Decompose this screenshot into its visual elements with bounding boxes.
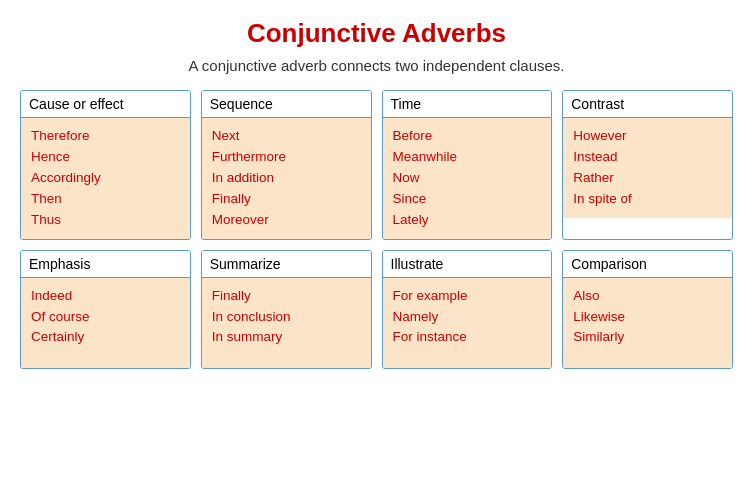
- card-header-1: Sequence: [202, 91, 371, 118]
- card-2-item-4: Lately: [393, 210, 542, 231]
- card-6: IllustrateFor exampleNamelyFor instance: [382, 250, 553, 369]
- card-header-5: Summarize: [202, 251, 371, 278]
- card-1-item-0: Next: [212, 126, 361, 147]
- card-4-item-1: Of course: [31, 307, 180, 328]
- subtitle: A conjunctive adverb connects two indepe…: [188, 57, 564, 74]
- card-2-item-3: Since: [393, 189, 542, 210]
- card-5-item-2: In summary: [212, 327, 361, 348]
- card-header-4: Emphasis: [21, 251, 190, 278]
- card-7: ComparisonAlsoLikewiseSimilarly: [562, 250, 733, 369]
- card-3-item-1: Instead: [573, 147, 722, 168]
- card-body-0: ThereforeHenceAccordinglyThenThus: [21, 118, 190, 239]
- card-header-2: Time: [383, 91, 552, 118]
- card-1-item-1: Furthermore: [212, 147, 361, 168]
- card-body-1: NextFurthermoreIn additionFinallyMoreove…: [202, 118, 371, 239]
- card-0-item-4: Thus: [31, 210, 180, 231]
- card-3-item-0: However: [573, 126, 722, 147]
- card-5: SummarizeFinallyIn conclusionIn summary: [201, 250, 372, 369]
- card-0-item-2: Accordingly: [31, 168, 180, 189]
- card-3: ContrastHoweverInsteadRatherIn spite of: [562, 90, 733, 240]
- card-body-5: FinallyIn conclusionIn summary: [202, 278, 371, 368]
- card-5-item-0: Finally: [212, 286, 361, 307]
- card-body-7: AlsoLikewiseSimilarly: [563, 278, 732, 368]
- card-3-item-3: In spite of: [573, 189, 722, 210]
- card-4-item-0: Indeed: [31, 286, 180, 307]
- card-header-0: Cause or effect: [21, 91, 190, 118]
- card-body-6: For exampleNamelyFor instance: [383, 278, 552, 368]
- card-1-item-4: Moreover: [212, 210, 361, 231]
- card-5-item-1: In conclusion: [212, 307, 361, 328]
- card-header-3: Contrast: [563, 91, 732, 118]
- card-2: TimeBeforeMeanwhileNowSinceLately: [382, 90, 553, 240]
- card-body-4: IndeedOf courseCertainly: [21, 278, 190, 368]
- page-title: Conjunctive Adverbs: [247, 18, 506, 49]
- card-3-item-2: Rather: [573, 168, 722, 189]
- card-1-item-2: In addition: [212, 168, 361, 189]
- card-4: EmphasisIndeedOf courseCertainly: [20, 250, 191, 369]
- card-2-item-1: Meanwhile: [393, 147, 542, 168]
- card-2-item-2: Now: [393, 168, 542, 189]
- card-2-item-0: Before: [393, 126, 542, 147]
- card-1-item-3: Finally: [212, 189, 361, 210]
- card-0-item-0: Therefore: [31, 126, 180, 147]
- card-6-item-0: For example: [393, 286, 542, 307]
- card-7-item-2: Similarly: [573, 327, 722, 348]
- card-0: Cause or effectThereforeHenceAccordingly…: [20, 90, 191, 240]
- card-0-item-1: Hence: [31, 147, 180, 168]
- card-4-item-2: Certainly: [31, 327, 180, 348]
- card-6-item-2: For instance: [393, 327, 542, 348]
- card-0-item-3: Then: [31, 189, 180, 210]
- card-body-3: HoweverInsteadRatherIn spite of: [563, 118, 732, 218]
- card-header-6: Illustrate: [383, 251, 552, 278]
- card-body-2: BeforeMeanwhileNowSinceLately: [383, 118, 552, 239]
- cards-grid: Cause or effectThereforeHenceAccordingly…: [20, 90, 733, 369]
- card-6-item-1: Namely: [393, 307, 542, 328]
- card-7-item-0: Also: [573, 286, 722, 307]
- card-1: SequenceNextFurthermoreIn additionFinall…: [201, 90, 372, 240]
- card-7-item-1: Likewise: [573, 307, 722, 328]
- card-header-7: Comparison: [563, 251, 732, 278]
